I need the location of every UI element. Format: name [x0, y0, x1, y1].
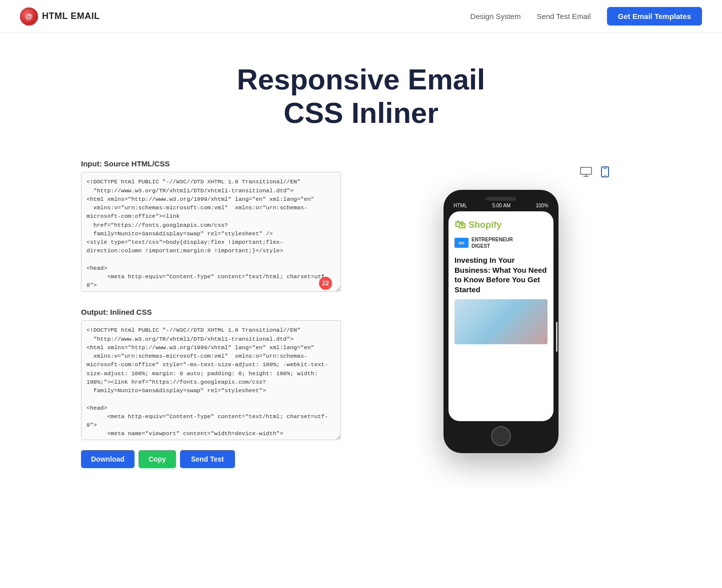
hero-section: Responsive Email CSS Inliner [0, 33, 722, 149]
copy-button[interactable]: Copy [138, 450, 176, 468]
monitor-icon [580, 167, 592, 177]
email-preview-content: 🛍 Shopify ED ENTREPRENEURDIGEST Investin… [448, 211, 554, 351]
svg-text:@: @ [26, 12, 32, 20]
logo-icon: @ [20, 7, 38, 25]
shopify-brand-label: Shopify [468, 220, 502, 230]
svg-point-7 [604, 175, 606, 176]
output-css-textarea[interactable] [81, 320, 341, 440]
get-templates-button[interactable]: Get Email Templates [607, 7, 702, 25]
output-section-label: Output: Inlined CSS [81, 308, 341, 316]
phone-status-battery: 100% [536, 203, 548, 208]
right-panel: HTML 5:00 AM 100% 🛍 Shopify ED [361, 159, 641, 468]
main-content: Input: Source HTML/CSS 22 Output: Inline… [61, 149, 661, 488]
desktop-view-button[interactable] [578, 164, 594, 182]
digest-icon: ED [454, 238, 468, 248]
left-panel: Input: Source HTML/CSS 22 Output: Inline… [81, 159, 341, 468]
article-title: Investing In Your Business: What You Nee… [454, 255, 548, 294]
logo-text: HTML EMAIL [42, 11, 100, 21]
source-html-input[interactable] [81, 172, 341, 292]
phone-mockup: HTML 5:00 AM 100% 🛍 Shopify ED [444, 190, 558, 453]
input-section-label: Input: Source HTML/CSS [81, 159, 341, 168]
digest-label: ENTREPRENEURDIGEST [472, 236, 513, 249]
phone-status-bar: HTML 5:00 AM 100% [448, 203, 554, 211]
output-section: Output: Inlined CSS [81, 308, 341, 442]
phone-status-network: HTML [454, 203, 467, 208]
digest-row: ED ENTREPRENEURDIGEST [454, 236, 548, 249]
action-buttons: Download Copy Send Test [81, 450, 341, 468]
send-test-button[interactable]: Send Test [180, 450, 235, 468]
input-section: Input: Source HTML/CSS 22 [81, 159, 341, 294]
article-image [454, 299, 548, 344]
device-toggle [578, 164, 641, 182]
svg-rect-3 [580, 167, 592, 174]
logo-link[interactable]: @ HTML EMAIL [20, 7, 100, 25]
mobile-view-button[interactable] [599, 164, 611, 182]
phone-screen: 🛍 Shopify ED ENTREPRENEURDIGEST Investin… [448, 211, 554, 421]
input-badge-wrapper: 22 [81, 172, 341, 294]
nav-links: Design System Send Test Email Get Email … [470, 7, 702, 25]
hero-title: Responsive Email CSS Inliner [20, 63, 702, 129]
shopify-logo: 🛍 Shopify [454, 218, 548, 231]
phone-icon [601, 166, 609, 177]
design-system-link[interactable]: Design System [470, 12, 521, 20]
download-button[interactable]: Download [81, 450, 134, 468]
navbar: @ HTML EMAIL Design System Send Test Ema… [0, 0, 722, 33]
send-test-email-link[interactable]: Send Test Email [536, 12, 590, 20]
phone-status-time: 5:00 AM [492, 203, 510, 208]
phone-home-button [491, 426, 511, 446]
